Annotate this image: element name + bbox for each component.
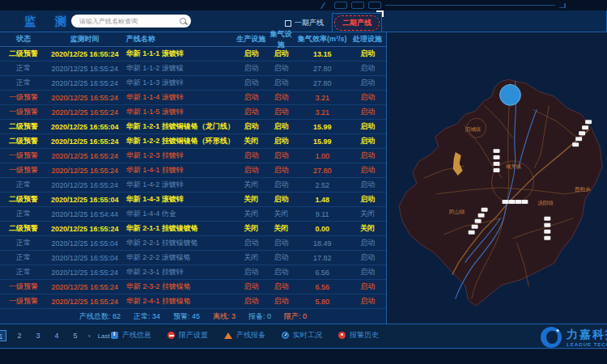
phase2-button[interactable]: 二期产线 bbox=[334, 15, 380, 31]
row-prod: 关闭 bbox=[236, 136, 266, 146]
row-status: 一级预警 bbox=[0, 165, 47, 176]
header-bar: 监 测 一期产线 二期产线 bbox=[0, 11, 607, 32]
row-status: 正常 bbox=[0, 78, 47, 88]
row-proc: 启动 bbox=[349, 194, 386, 205]
search-icon[interactable] bbox=[179, 17, 188, 26]
footer-button[interactable]: 限产设置 bbox=[168, 330, 208, 341]
footer-button-label: 产线信息 bbox=[122, 330, 151, 341]
row-time: 2020/12/25 16:55:24 bbox=[47, 283, 123, 291]
row-gas: 启动 bbox=[266, 63, 295, 74]
col-gas: 集气设施 bbox=[266, 29, 295, 50]
row-prod: 关闭 bbox=[236, 180, 266, 190]
brand-logo-icon bbox=[541, 327, 562, 348]
ic-info-icon bbox=[111, 332, 118, 339]
row-prod: 启动 bbox=[236, 121, 266, 132]
deco-corner bbox=[559, 3, 566, 8]
page-button[interactable]: 3 bbox=[32, 330, 44, 341]
map-svg: 旧城镇城关镇西柏乡汤阴镇冈山镇 bbox=[388, 32, 607, 324]
footer-buttons: 产线信息限产设置产线报备实时工况报警历史 bbox=[111, 330, 379, 341]
row-prod: 启动 bbox=[236, 78, 266, 88]
row-status: 二级预警 bbox=[0, 136, 47, 146]
row-time: 2020/12/25 16:55:24 bbox=[47, 94, 123, 102]
footer-button[interactable]: 实时工况 bbox=[282, 330, 322, 341]
row-proc: 启动 bbox=[349, 296, 386, 307]
checkbox-icon[interactable] bbox=[285, 20, 291, 27]
city-map[interactable]: 旧城镇城关镇西柏乡汤阴镇冈山镇 bbox=[388, 32, 607, 324]
phase1-checkbox[interactable]: 一期产线 bbox=[285, 18, 324, 28]
row-prod: 启动 bbox=[236, 238, 266, 248]
monitoring-dashboard: 监 测 一期产线 二期产线 状态 监测时间 产线名称 生产设施 集气设施 集气效… bbox=[0, 0, 607, 364]
row-proc: 启动 bbox=[349, 107, 386, 117]
page-button[interactable]: 2 bbox=[14, 330, 25, 341]
table-row[interactable]: 一级预警 2020/12/25 16:55:24 华新 1-2-3 挂镀锌 启动… bbox=[0, 149, 386, 163]
table-row[interactable]: 二级预警 2020/12/25 16:55:24 华新 2-1-1 挂镀镍镀铬 … bbox=[0, 222, 386, 236]
footer-button[interactable]: 产线信息 bbox=[111, 330, 151, 341]
table-row[interactable]: 正常 2020/12/25 16:54:44 华新 1-4-4 仿金 关闭 关闭… bbox=[0, 207, 386, 222]
row-gas: 启动 bbox=[266, 252, 295, 263]
table-row[interactable]: 一级预警 2020/12/25 16:55:24 华新 1-1-5 滚镀锌 启动… bbox=[0, 105, 386, 120]
summary-item: 离线: 3 bbox=[213, 311, 236, 322]
row-prod: 关闭 bbox=[236, 194, 266, 205]
row-status: 正常 bbox=[0, 63, 47, 74]
table-row[interactable]: 一级预警 2020/12/25 16:55:24 华新 1-1-4 滚镀锌 启动… bbox=[0, 91, 386, 105]
row-gas: 启动 bbox=[266, 78, 295, 88]
table-row[interactable]: 正常 2020/12/25 16:55:24 华新 1-4-2 滚镀锌 关闭 启… bbox=[0, 178, 386, 193]
table-row[interactable]: 一级预警 2020/12/25 16:55:24 华新 2-4-1 挂镀镍铬 启… bbox=[0, 294, 386, 309]
row-time: 2020/12/25 16:55:24 bbox=[47, 225, 123, 233]
page-button[interactable]: 5 bbox=[70, 330, 81, 341]
ic-gauge-icon bbox=[282, 332, 289, 339]
map-place-label: 冈山镇 bbox=[449, 209, 465, 215]
summary-item: 产线总数: 82 bbox=[79, 311, 121, 322]
row-proc: 启动 bbox=[349, 180, 386, 190]
table-row[interactable]: 正常 2020/12/25 16:55:04 华新 2-2-2 滚镀镍铬 关闭 … bbox=[0, 251, 386, 265]
row-status: 二级预警 bbox=[0, 194, 47, 205]
row-status: 正常 bbox=[0, 180, 47, 190]
search-input[interactable] bbox=[79, 18, 179, 25]
table-row[interactable]: 二级预警 2020/12/25 16:55:04 华新 1-4-3 滚镀锌 关闭… bbox=[0, 193, 386, 207]
row-time: 2020/12/25 16:55:24 bbox=[47, 65, 123, 73]
row-prod: 启动 bbox=[236, 267, 266, 277]
row-time: 2020/12/25 16:55:24 bbox=[47, 108, 123, 116]
map-marker-blue-circle[interactable] bbox=[499, 84, 520, 105]
row-proc: 启动 bbox=[349, 49, 386, 59]
search-box[interactable] bbox=[71, 15, 191, 28]
ic-tri-icon bbox=[224, 332, 232, 339]
row-name: 华新 2-2-1 挂镀镍镀铬 bbox=[123, 238, 236, 248]
page-button[interactable]: 1 bbox=[0, 330, 6, 341]
phase1-label: 一期产线 bbox=[295, 18, 324, 28]
summary-item: 预警: 45 bbox=[173, 311, 200, 322]
row-name: 华新 1-1-4 滚镀锌 bbox=[123, 92, 236, 103]
table-row[interactable]: 二级预警 2020/12/25 16:55:04 华新 1-2-1 挂镀铜镍铬（… bbox=[0, 120, 386, 134]
table-row[interactable]: 正常 2020/12/25 16:55:24 华新 2-3-1 挂镀锌 启动 启… bbox=[0, 265, 386, 280]
row-status: 正常 bbox=[0, 209, 47, 219]
table-row[interactable]: 正常 2020/12/25 16:55:24 华新 1-1-3 滚镀锌 启动 启… bbox=[0, 76, 386, 91]
table-row[interactable]: 正常 2020/12/25 16:55:24 华新 1-1-2 滚镀镍 启动 启… bbox=[0, 61, 386, 76]
phase2-container: 二期产线 bbox=[332, 13, 382, 33]
table-row[interactable]: 一级预警 2020/12/25 16:55:24 华新 1-4-1 挂镀锌 启动… bbox=[0, 163, 386, 178]
row-time: 2020/12/25 16:55:24 bbox=[47, 269, 123, 277]
row-gas: 关闭 bbox=[266, 223, 295, 234]
brand-logo: 力嘉科技 LEAGUE TECH bbox=[541, 327, 607, 348]
row-eff: 1.00 bbox=[295, 152, 349, 160]
row-eff: 9.11 bbox=[295, 210, 349, 218]
row-time: 2020/12/25 16:55:24 bbox=[47, 79, 123, 87]
row-gas: 启动 bbox=[266, 107, 295, 117]
table-row[interactable]: 二级预警 2020/12/25 16:55:24 华新 1-2-2 挂镀铜镍铬（… bbox=[0, 134, 386, 149]
table-header: 状态 监测时间 产线名称 生产设施 集气设施 集气效率(m³/s) 处理设施 bbox=[0, 32, 386, 47]
row-proc: 关闭 bbox=[349, 223, 386, 234]
row-status: 一级预警 bbox=[0, 150, 47, 161]
row-prod: 启动 bbox=[236, 165, 266, 176]
row-prod: 启动 bbox=[236, 296, 266, 307]
page-button[interactable]: 4 bbox=[51, 330, 62, 341]
deco-line bbox=[385, 5, 555, 6]
row-proc: 启动 bbox=[349, 121, 386, 132]
table-row[interactable]: 二级预警 2020/12/25 16:55:24 华新 1-1-1 滚镀锌 启动… bbox=[0, 47, 386, 61]
footer-button[interactable]: 报警历史 bbox=[338, 330, 379, 341]
table-row[interactable]: 一级预警 2020/12/25 16:55:24 华新 2-3-2 挂镀镍铬 启… bbox=[0, 280, 386, 294]
row-prod: 启动 bbox=[236, 63, 266, 74]
table-row[interactable]: 正常 2020/12/25 16:55:04 华新 2-2-1 挂镀镍镀铬 启动… bbox=[0, 236, 386, 251]
row-gas: 启动 bbox=[266, 121, 295, 132]
brand-name-cn: 力嘉科技 bbox=[567, 328, 607, 342]
next-page-button[interactable]: › bbox=[88, 332, 91, 340]
footer-button[interactable]: 产线报备 bbox=[224, 330, 265, 341]
